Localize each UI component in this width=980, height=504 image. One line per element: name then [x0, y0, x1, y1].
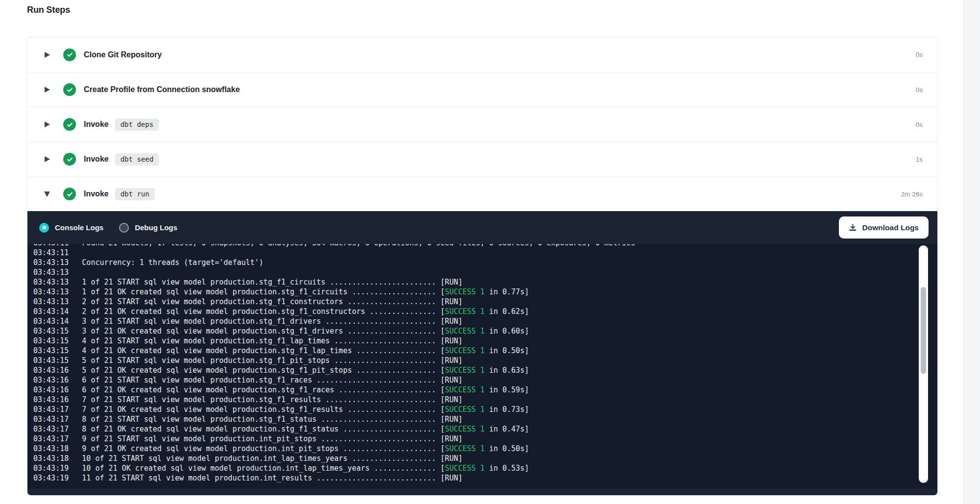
- run-step-row[interactable]: Create Profile from Connection snowflake…: [27, 72, 937, 107]
- caret-triangle: [45, 52, 50, 58]
- success-check-icon: [63, 83, 76, 96]
- log-line: 03:43:13 1 of 21 OK created sql view mod…: [33, 287, 937, 297]
- log-line: 03:43:15 3 of 21 OK created sql view mod…: [33, 326, 937, 336]
- debug-logs-radio[interactable]: Debug Logs: [119, 223, 177, 233]
- chevron-right-icon[interactable]: [44, 156, 50, 162]
- log-line: 03:43:17 8 of 21 OK created sql view mod…: [33, 424, 937, 434]
- chevron-down-icon[interactable]: [44, 192, 50, 197]
- step-label: Create Profile from Connection snowflake: [84, 85, 240, 94]
- log-line: 03:43:16 6 of 21 OK created sql view mod…: [33, 385, 937, 395]
- step-label: Invoke: [84, 155, 109, 164]
- log-line: 03:43:18 9 of 21 OK created sql view mod…: [33, 444, 937, 454]
- console-log-output[interactable]: 03:43:11 Found 21 models, 17 tests, 0 sn…: [27, 244, 937, 489]
- caret-triangle: [45, 156, 50, 162]
- run-step-row[interactable]: Invokedbt deps0s: [27, 107, 937, 142]
- radio-icon: [119, 223, 129, 233]
- log-line: 03:43:18 10 of 21 START sql view model p…: [33, 454, 937, 463]
- log-line: 03:43:11 Found 21 models, 17 tests, 0 sn…: [33, 244, 937, 248]
- log-line: 03:43:13 2 of 21 START sql view model pr…: [33, 297, 937, 307]
- step-list: Clone Git Repository0sCreate Profile fro…: [27, 37, 937, 211]
- success-check-icon: [63, 153, 76, 166]
- log-panel: Console LogsDebug Logs Download Logs 03:…: [27, 211, 937, 495]
- chevron-right-icon[interactable]: [44, 52, 50, 58]
- step-label: Invoke: [84, 190, 109, 198]
- step-duration: 0s: [916, 121, 923, 128]
- step-label: Invoke: [84, 120, 109, 129]
- radio-label: Debug Logs: [135, 223, 177, 232]
- run-step-row[interactable]: Clone Git Repository0s: [27, 37, 937, 72]
- download-logs-label: Download Logs: [862, 223, 919, 232]
- console-logs-radio[interactable]: Console Logs: [39, 223, 103, 233]
- log-line: 03:43:14 2 of 21 OK created sql view mod…: [33, 307, 937, 316]
- log-line: 03:43:15 4 of 21 OK created sql view mod…: [33, 346, 937, 356]
- step-command-chip: dbt run: [115, 188, 155, 200]
- log-line: 03:43:14 3 of 21 START sql view model pr…: [33, 316, 937, 326]
- success-check-icon: [63, 48, 76, 61]
- log-lines: 03:43:11 Found 21 models, 17 tests, 0 sn…: [33, 244, 937, 483]
- step-command-chip: dbt seed: [115, 153, 159, 166]
- log-line: 03:43:17 9 of 21 START sql view model pr…: [33, 434, 937, 444]
- log-line: 03:43:19 10 of 21 OK created sql view mo…: [33, 463, 937, 473]
- step-duration: 2m 26s: [901, 191, 923, 198]
- log-line: 03:43:13 1 of 21 START sql view model pr…: [33, 277, 937, 287]
- step-duration: 0s: [916, 86, 923, 94]
- log-line: 03:43:16 7 of 21 START sql view model pr…: [33, 395, 937, 405]
- caret-triangle: [44, 192, 50, 197]
- run-step-row[interactable]: Invokedbt run2m 26s: [27, 176, 937, 211]
- page-title: Run Steps: [27, 5, 70, 15]
- run-step-row[interactable]: Invokedbt seed1s: [27, 142, 937, 176]
- chevron-right-icon[interactable]: [44, 87, 50, 93]
- step-command-chip: dbt deps: [115, 119, 159, 131]
- log-line: 03:43:15 4 of 21 START sql view model pr…: [33, 336, 937, 346]
- log-line: 03:43:17 7 of 21 OK created sql view mod…: [33, 405, 937, 414]
- log-line: 03:43:16 6 of 21 START sql view model pr…: [33, 375, 937, 385]
- page-right-gutter: [963, 0, 980, 504]
- step-duration: 1s: [916, 156, 923, 163]
- log-line: 03:43:17 8 of 21 START sql view model pr…: [33, 414, 937, 424]
- download-logs-button[interactable]: Download Logs: [839, 216, 929, 239]
- caret-triangle: [45, 87, 50, 93]
- download-icon: [849, 223, 857, 232]
- log-type-radio-group: Console LogsDebug Logs: [39, 223, 177, 233]
- run-steps-card: Clone Git Repository0sCreate Profile fro…: [27, 37, 938, 496]
- caret-triangle: [45, 121, 50, 127]
- log-scrollbar-thumb[interactable]: [921, 287, 926, 374]
- log-line: 03:43:11: [33, 248, 937, 258]
- success-check-icon: [63, 188, 76, 200]
- log-line: 03:43:16 5 of 21 OK created sql view mod…: [33, 365, 937, 375]
- radio-icon: [39, 223, 49, 233]
- log-panel-header: Console LogsDebug Logs Download Logs: [27, 211, 937, 244]
- log-line: 03:43:19 11 of 21 START sql view model p…: [33, 473, 937, 483]
- radio-label: Console Logs: [55, 223, 103, 232]
- step-label: Clone Git Repository: [84, 50, 162, 59]
- log-line: 03:43:15 5 of 21 START sql view model pr…: [33, 356, 937, 365]
- success-check-icon: [63, 118, 76, 131]
- chevron-right-icon[interactable]: [44, 121, 50, 127]
- step-duration: 0s: [916, 51, 923, 58]
- log-line: 03:43:13: [33, 267, 937, 277]
- log-scrollbar-track[interactable]: [919, 245, 928, 483]
- run-steps-screen: Run Steps Clone Git Repository0sCreate P…: [0, 0, 980, 504]
- log-line: 03:43:13 Concurrency: 1 threads (target=…: [33, 258, 937, 267]
